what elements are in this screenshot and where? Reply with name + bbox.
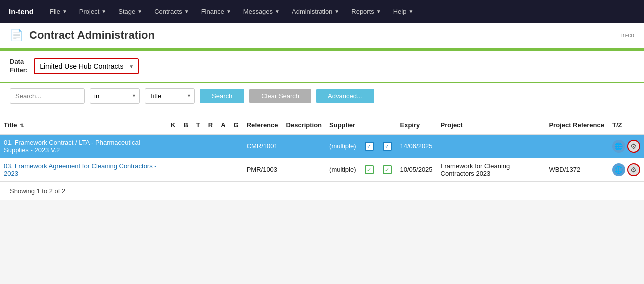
col-r: R: [204, 116, 217, 134]
advanced-button[interactable]: Advanced...: [316, 89, 374, 103]
nav-finance[interactable]: Finance ▼: [196, 5, 236, 18]
nav-administration[interactable]: Administration ▼: [287, 5, 344, 18]
row2-checkbox1[interactable]: ✓: [360, 158, 378, 181]
row2-reference: PMR/1003: [243, 158, 282, 181]
row1-k: [167, 134, 179, 158]
col-project-ref: Project Reference: [545, 116, 608, 134]
showing-label: Showing 1 to 2 of 2: [10, 187, 65, 195]
row2-tz: 🌐 ⚙: [608, 158, 644, 181]
nav-help[interactable]: Help ▼: [388, 5, 419, 18]
row2-checkbox2[interactable]: ✓: [378, 158, 396, 181]
field-select-wrapper: Title Reference Description: [145, 88, 195, 104]
row2-project: Framework for Cleaning Contractors 2023: [437, 158, 545, 181]
row2-t: [192, 158, 204, 181]
nav-messages[interactable]: Messages ▼: [238, 5, 285, 18]
top-navbar: In-tend File ▼ Project ▼ Stage ▼ Contrac…: [0, 0, 644, 23]
table-row: 03. Framework Agreement for Cleaning Con…: [0, 158, 644, 181]
row1-r: [204, 134, 217, 158]
row2-expiry: 10/05/2025: [396, 158, 437, 181]
nav-stage[interactable]: Stage ▼: [113, 5, 147, 18]
col-description: Description: [282, 116, 326, 134]
row1-checkbox1[interactable]: ✓: [360, 134, 378, 158]
nav-finance-caret: ▼: [226, 9, 231, 14]
row2-project-ref: WBD/1372: [545, 158, 608, 181]
globe-icon[interactable]: 🌐: [612, 140, 625, 153]
col-expiry: Expiry: [396, 116, 437, 134]
row1-expiry: 14/06/2025: [396, 134, 437, 158]
contracts-table: Title ⇅ K B T R A G Reference Descriptio…: [0, 116, 644, 182]
col-a: A: [217, 116, 229, 134]
row2-description: [282, 158, 326, 181]
row2-k: [167, 158, 179, 181]
nav-project[interactable]: Project ▼: [74, 5, 111, 18]
filter-area: Data Filter: Limited Use Hub Contracts A…: [0, 51, 644, 83]
table-row: 01. Framework Contract / LTA - Pharmaceu…: [0, 134, 644, 158]
page-icon: 📄: [10, 29, 23, 42]
action-icons: 🌐 ⚙: [612, 140, 640, 153]
row1-supplier: (multiple): [325, 134, 360, 158]
col-reference: Reference: [243, 116, 282, 134]
col-supplier: Supplier: [325, 116, 396, 134]
row1-tz: 🌐 ⚙: [608, 134, 644, 158]
nav-stage-caret: ▼: [137, 9, 142, 14]
col-title: Title ⇅: [0, 116, 167, 134]
nav-file-caret: ▼: [62, 9, 67, 14]
row2-title: 03. Framework Agreement for Cleaning Con…: [0, 158, 167, 181]
row1-description: [282, 134, 326, 158]
row1-checkbox2[interactable]: ✓: [378, 134, 396, 158]
col-tz: T/Z: [608, 116, 644, 134]
filter-dropdown-wrapper: Limited Use Hub Contracts All Contracts …: [34, 58, 139, 74]
row1-a: [217, 134, 229, 158]
filter-label: Data Filter:: [10, 58, 28, 75]
row1-title: 01. Framework Contract / LTA - Pharmaceu…: [0, 134, 167, 158]
row2-a: [217, 158, 229, 181]
table-header-row: Title ⇅ K B T R A G Reference Descriptio…: [0, 116, 644, 134]
link-icon[interactable]: ⚙: [627, 140, 640, 153]
checkbox-icon[interactable]: ✓: [365, 165, 374, 174]
link-icon[interactable]: ⚙: [627, 163, 640, 176]
row1-t: [192, 134, 204, 158]
row2-b: [179, 158, 192, 181]
search-button[interactable]: Search: [200, 89, 244, 103]
filter-dropdown[interactable]: Limited Use Hub Contracts All Contracts …: [35, 59, 138, 73]
col-g: G: [230, 116, 243, 134]
search-input[interactable]: [10, 88, 85, 104]
table-footer: Showing 1 to 2 of 2: [0, 182, 644, 200]
table-area: Title ⇅ K B T R A G Reference Descriptio…: [0, 116, 644, 182]
col-project: Project: [437, 116, 545, 134]
nav-help-caret: ▼: [408, 9, 413, 14]
sort-icon[interactable]: ⇅: [20, 123, 24, 128]
row1-reference: CMR/1001: [243, 134, 282, 158]
row2-supplier: (multiple): [325, 158, 360, 181]
nav-file[interactable]: File ▼: [45, 5, 72, 18]
checkbox-icon[interactable]: ✓: [383, 165, 392, 174]
row2-g: [230, 158, 243, 181]
nav-messages-caret: ▼: [275, 9, 280, 14]
nav-reports[interactable]: Reports ▼: [346, 5, 386, 18]
checkbox-icon[interactable]: ✓: [383, 142, 392, 151]
col-k: K: [167, 116, 179, 134]
field-select[interactable]: Title Reference Description: [145, 88, 195, 104]
search-row: in Title Reference Description Search Cl…: [0, 83, 644, 111]
action-icons: 🌐 ⚙: [612, 163, 640, 176]
clear-search-button[interactable]: Clear Search: [249, 89, 311, 103]
page-top-right: in-co: [621, 32, 634, 39]
page-title: Contract Administration: [29, 29, 155, 42]
col-b: B: [179, 116, 192, 134]
page-header: 📄 Contract Administration in-co: [0, 23, 644, 48]
nav-reports-caret: ▼: [376, 9, 381, 14]
row1-g: [230, 134, 243, 158]
in-select-wrapper: in: [90, 88, 140, 104]
nav-administration-caret: ▼: [334, 9, 339, 14]
row2-r: [204, 158, 217, 181]
brand-logo[interactable]: In-tend: [5, 7, 38, 16]
in-select[interactable]: in: [90, 88, 140, 104]
checkbox-icon[interactable]: ✓: [365, 142, 374, 151]
row1-b: [179, 134, 192, 158]
row1-project: [437, 134, 545, 158]
nav-contracts[interactable]: Contracts ▼: [149, 5, 194, 18]
globe-icon[interactable]: 🌐: [612, 163, 625, 176]
nav-project-caret: ▼: [101, 9, 106, 14]
col-t: T: [192, 116, 204, 134]
row1-project-ref: [545, 134, 608, 158]
